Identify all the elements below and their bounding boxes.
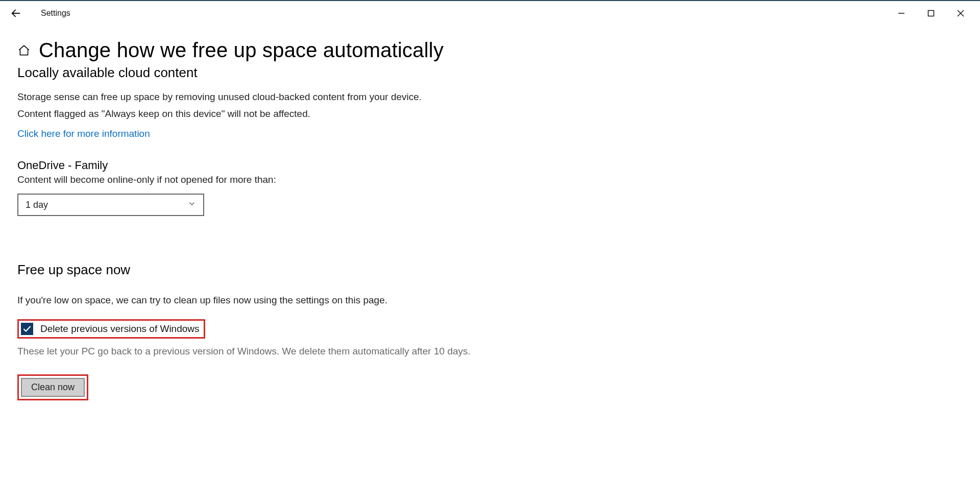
subsection-heading: Locally available cloud content (17, 65, 963, 81)
clean-now-highlight: Clean now (17, 374, 88, 400)
description-line-1: Storage sense can free up space by remov… (17, 90, 963, 105)
onedrive-duration-select[interactable]: 1 day (17, 194, 204, 216)
checkmark-icon (22, 324, 32, 334)
page-title: Change how we free up space automaticall… (39, 39, 444, 62)
app-title: Settings (41, 9, 70, 18)
more-info-link[interactable]: Click here for more information (17, 128, 150, 139)
back-button[interactable] (10, 8, 31, 19)
close-icon (957, 10, 964, 17)
delete-previous-versions-checkbox[interactable] (21, 323, 33, 335)
free-up-description: If you're low on space, we can try to cl… (17, 293, 963, 308)
minimize-icon (898, 10, 905, 17)
titlebar: Settings (0, 0, 980, 26)
window-controls (887, 3, 975, 23)
home-button[interactable] (17, 44, 31, 57)
close-button[interactable] (946, 3, 975, 23)
maximize-button[interactable] (917, 3, 945, 23)
delete-previous-versions-note: These let your PC go back to a previous … (17, 346, 963, 357)
svg-rect-2 (928, 11, 934, 16)
maximize-icon (927, 10, 935, 17)
free-up-heading: Free up space now (17, 262, 963, 278)
delete-previous-versions-label: Delete previous versions of Windows (40, 323, 200, 335)
clean-now-button[interactable]: Clean now (21, 378, 85, 397)
minimize-button[interactable] (887, 3, 916, 23)
content-area: Change how we free up space automaticall… (0, 26, 980, 411)
arrow-left-icon (10, 8, 21, 19)
description-line-2: Content flagged as "Always keep on this … (17, 107, 963, 122)
onedrive-label: Content will become online-only if not o… (17, 174, 963, 185)
page-header: Change how we free up space automaticall… (17, 39, 963, 62)
onedrive-heading: OneDrive - Family (17, 159, 963, 172)
chevron-down-icon (188, 200, 196, 210)
home-icon (17, 44, 31, 57)
onedrive-duration-value: 1 day (26, 200, 48, 210)
delete-previous-versions-checkbox-row[interactable]: Delete previous versions of Windows (17, 319, 205, 339)
